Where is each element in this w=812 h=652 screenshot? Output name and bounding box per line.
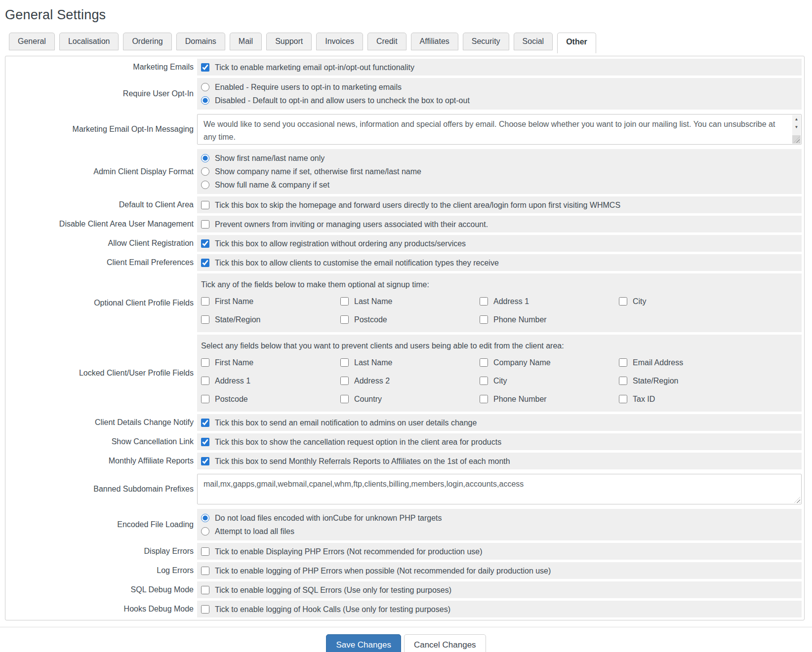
admin-client-display-format-2-option: Show full name & company if set bbox=[201, 178, 421, 192]
locked-client-user-profile-fields-email-address-checkbox[interactable] bbox=[619, 358, 627, 367]
optional-client-profile-fields-field-value: Tick any of the fields below to make the… bbox=[197, 273, 802, 332]
optional-client-profile-fields-first-name-checkbox[interactable] bbox=[201, 297, 209, 306]
locked-client-user-profile-fields-address-2-label: Address 2 bbox=[354, 374, 390, 387]
monthly-affiliate-reports-checkbox[interactable] bbox=[201, 457, 209, 465]
tab-other[interactable]: Other bbox=[557, 33, 596, 53]
locked-client-user-profile-fields-state-region-checkbox[interactable] bbox=[619, 377, 627, 385]
locked-client-user-profile-fields-company-name-checkbox[interactable] bbox=[480, 358, 488, 367]
tab-general[interactable]: General bbox=[9, 33, 55, 50]
resize-grip-icon[interactable] bbox=[792, 135, 801, 144]
encoded-file-loading-0-option: Do not load files encoded with ionCube f… bbox=[201, 511, 442, 525]
optional-client-profile-fields-address-1-checkbox[interactable] bbox=[480, 297, 488, 306]
monthly-affiliate-reports-label: Tick this box to send Monthly Referrals … bbox=[215, 455, 510, 468]
cancel-changes-button[interactable]: Cancel Changes bbox=[404, 634, 486, 652]
banned-subdomain-prefixes-textarea[interactable]: mail,mx,gapps,gmail,webmail,cpanel,whm,f… bbox=[197, 474, 802, 504]
tab-mail[interactable]: Mail bbox=[230, 33, 262, 50]
tab-invoices[interactable]: Invoices bbox=[316, 33, 363, 50]
show-cancellation-link-field-value: Tick this box to show the cancellation r… bbox=[197, 433, 802, 450]
tab-localisation[interactable]: Localisation bbox=[59, 33, 119, 50]
locked-client-user-profile-fields-intro-text: Select any fields below that you want to… bbox=[201, 339, 797, 352]
client-email-preferences-option: Tick this box to allow clients to custom… bbox=[201, 256, 499, 269]
optional-client-profile-fields-field-label: Optional Client Profile Fields bbox=[8, 273, 194, 332]
optional-client-profile-fields-last-name-label: Last Name bbox=[354, 295, 392, 308]
form-footer: Save Changes Cancel Changes bbox=[0, 627, 812, 652]
tab-credit[interactable]: Credit bbox=[367, 33, 406, 50]
locked-client-user-profile-fields-address-1-checkbox[interactable] bbox=[201, 377, 209, 385]
require-user-opt-in-field-label: Require User Opt-In bbox=[8, 78, 194, 110]
marketing-emails-field-label: Marketing Emails bbox=[8, 59, 194, 76]
show-cancellation-link-checkbox[interactable] bbox=[201, 438, 209, 446]
tab-affiliates[interactable]: Affiliates bbox=[411, 33, 458, 50]
client-details-change-notify-field-value: Tick this box to send an email notificat… bbox=[197, 414, 802, 431]
marketing-emails-option: Tick to enable marketing email opt-in/op… bbox=[201, 61, 414, 74]
tab-security[interactable]: Security bbox=[463, 33, 509, 50]
optional-client-profile-fields-postcode-checkbox[interactable] bbox=[340, 315, 349, 324]
save-changes-button[interactable]: Save Changes bbox=[326, 634, 401, 652]
require-user-opt-in-0-radio[interactable] bbox=[201, 83, 209, 91]
banned-subdomain-prefixes-textarea-value: mail,mx,gapps,gmail,webmail,cpanel,whm,f… bbox=[198, 474, 801, 494]
encoded-file-loading-field-label: Encoded File Loading bbox=[8, 509, 194, 540]
sql-debug-mode-option: Tick to enable logging of SQL Errors (Us… bbox=[201, 583, 451, 597]
allow-client-registration-checkbox[interactable] bbox=[201, 239, 209, 248]
scroll-down-icon[interactable]: ▼ bbox=[792, 123, 801, 131]
display-errors-checkbox[interactable] bbox=[201, 547, 209, 556]
disable-client-area-user-management-field-label: Disable Client Area User Management bbox=[8, 216, 194, 232]
hooks-debug-mode-checkbox[interactable] bbox=[201, 605, 209, 614]
disable-client-area-user-management-field-value: Prevent owners from inviting or managing… bbox=[197, 216, 802, 232]
locked-client-user-profile-fields-city-checkbox[interactable] bbox=[480, 377, 488, 385]
hooks-debug-mode-option: Tick to enable logging of Hook Calls (Us… bbox=[201, 603, 450, 616]
client-email-preferences-field-value: Tick this box to allow clients to custom… bbox=[197, 254, 802, 271]
default-to-client-area-field-label: Default to Client Area bbox=[8, 196, 194, 213]
optional-client-profile-fields-phone-number-checkbox[interactable] bbox=[480, 315, 488, 324]
encoded-file-loading-0-radio[interactable] bbox=[201, 514, 209, 522]
admin-client-display-format-0-radio[interactable] bbox=[201, 154, 209, 162]
client-details-change-notify-checkbox[interactable] bbox=[201, 419, 209, 427]
tab-ordering[interactable]: Ordering bbox=[123, 33, 171, 50]
optional-client-profile-fields-phone-number-label: Phone Number bbox=[493, 313, 547, 326]
locked-client-user-profile-fields-tax-id-checkbox[interactable] bbox=[619, 395, 627, 403]
locked-client-user-profile-fields-address-1-label: Address 1 bbox=[215, 374, 250, 387]
locked-client-user-profile-fields-last-name-checkbox[interactable] bbox=[340, 358, 349, 367]
locked-client-user-profile-fields-phone-number-checkbox[interactable] bbox=[480, 395, 488, 403]
log-errors-field-value: Tick to enable logging of PHP Errors whe… bbox=[197, 562, 802, 579]
disable-client-area-user-management-checkbox[interactable] bbox=[201, 220, 209, 229]
locked-client-user-profile-fields-tax-id-label: Tax ID bbox=[633, 392, 655, 406]
log-errors-checkbox[interactable] bbox=[201, 567, 209, 575]
encoded-file-loading-1-radio[interactable] bbox=[201, 527, 209, 536]
client-email-preferences-checkbox[interactable] bbox=[201, 259, 209, 267]
tab-social[interactable]: Social bbox=[514, 33, 553, 50]
marketing-email-opt-in-messaging-textarea-value: We would like to send you occasional new… bbox=[198, 115, 801, 145]
allow-client-registration-label: Tick this box to allow registration with… bbox=[215, 237, 466, 250]
optional-client-profile-fields-last-name-checkbox[interactable] bbox=[340, 297, 349, 306]
default-to-client-area-checkbox[interactable] bbox=[201, 201, 209, 209]
allow-client-registration-field-value: Tick this box to allow registration with… bbox=[197, 235, 802, 252]
scroll-up-icon[interactable]: ▲ bbox=[792, 115, 801, 123]
sql-debug-mode-checkbox[interactable] bbox=[201, 586, 209, 594]
page-title: General Settings bbox=[5, 7, 805, 23]
require-user-opt-in-0-label: Enabled - Require users to opt-in to mar… bbox=[215, 80, 402, 94]
admin-client-display-format-2-radio[interactable] bbox=[201, 181, 209, 189]
marketing-emails-checkbox[interactable] bbox=[201, 63, 209, 72]
settings-tab-bar: GeneralLocalisationOrderingDomainsMailSu… bbox=[9, 33, 805, 53]
resize-grip-icon[interactable] bbox=[794, 497, 800, 503]
locked-client-user-profile-fields-field-label: Locked Client/User Profile Fields bbox=[8, 335, 194, 412]
locked-client-user-profile-fields-address-2-checkbox[interactable] bbox=[340, 377, 349, 385]
locked-client-user-profile-fields-country-checkbox[interactable] bbox=[340, 395, 349, 403]
locked-client-user-profile-fields-state-region-label: State/Region bbox=[633, 374, 679, 387]
sql-debug-mode-field-value: Tick to enable logging of SQL Errors (Us… bbox=[197, 581, 802, 598]
display-errors-option: Tick to enable Displaying PHP Errors (No… bbox=[201, 545, 483, 558]
locked-client-user-profile-fields-postcode-checkbox[interactable] bbox=[201, 395, 209, 403]
optional-client-profile-fields-city-checkbox[interactable] bbox=[619, 297, 627, 306]
settings-row-log-errors: Log ErrorsTick to enable logging of PHP … bbox=[8, 562, 802, 579]
locked-client-user-profile-fields-postcode-option: Postcode bbox=[201, 392, 340, 406]
tab-domains[interactable]: Domains bbox=[176, 33, 225, 50]
optional-client-profile-fields-state-region-checkbox[interactable] bbox=[201, 315, 209, 324]
tab-support[interactable]: Support bbox=[266, 33, 312, 50]
settings-panel: Marketing EmailsTick to enable marketing… bbox=[5, 56, 805, 620]
admin-client-display-format-1-radio[interactable] bbox=[201, 167, 209, 176]
locked-client-user-profile-fields-first-name-checkbox[interactable] bbox=[201, 358, 209, 367]
scrollbar-track[interactable] bbox=[792, 131, 801, 135]
marketing-email-opt-in-messaging-textarea[interactable]: We would like to send you occasional new… bbox=[197, 114, 802, 145]
marketing-email-opt-in-messaging-scrollbar[interactable]: ▲▼ bbox=[792, 115, 801, 144]
require-user-opt-in-1-radio[interactable] bbox=[201, 96, 209, 105]
